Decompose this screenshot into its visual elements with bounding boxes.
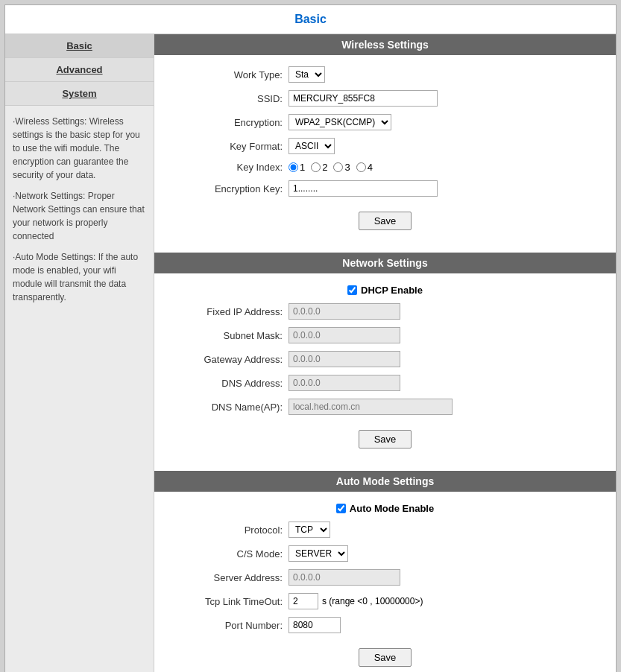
tcp-timeout-row: Tcp Link TimeOut: s (range <0 , 10000000… bbox=[169, 593, 601, 609]
dns-name-row: DNS Name(AP): bbox=[169, 399, 601, 415]
protocol-select[interactable]: TCP UDP bbox=[289, 522, 330, 538]
key-index-control: 1 2 3 4 bbox=[289, 162, 601, 173]
sidebar-item-basic[interactable]: Basic bbox=[5, 34, 154, 58]
sidebar-item-advanced[interactable]: Advanced bbox=[5, 58, 154, 82]
work-type-row: Work Type: Sta AP bbox=[169, 66, 601, 83]
dns-control bbox=[289, 375, 601, 391]
encryption-key-control bbox=[289, 180, 601, 197]
ssid-control bbox=[289, 90, 601, 107]
auto-mode-save-button[interactable]: Save bbox=[359, 648, 412, 667]
dns-name-control bbox=[289, 399, 601, 415]
key-index-1-label[interactable]: 1 bbox=[289, 162, 305, 173]
auto-mode-body: Auto Mode Enable Protocol: TCP UDP bbox=[154, 492, 616, 672]
key-index-3-label[interactable]: 3 bbox=[333, 162, 350, 173]
dhcp-enable-row: DHCP Enable bbox=[169, 285, 601, 296]
key-format-control: ASCII HEX bbox=[289, 138, 601, 154]
wireless-settings-header: Wireless Settings bbox=[154, 34, 616, 55]
encryption-select[interactable]: WPA2_PSK(CCMP) WPA_PSK(TKIP) None bbox=[289, 114, 391, 130]
subnet-mask-label: Subnet Mask: bbox=[169, 330, 289, 341]
auto-mode-header: Auto Mode Settings bbox=[154, 471, 616, 492]
encryption-label: Encryption: bbox=[169, 117, 289, 128]
key-index-label: Key Index: bbox=[169, 162, 289, 173]
fixed-ip-input[interactable] bbox=[289, 303, 400, 320]
network-settings-header: Network Settings bbox=[154, 253, 616, 273]
cs-mode-label: C/S Mode: bbox=[169, 548, 289, 560]
ssid-input[interactable] bbox=[289, 90, 438, 107]
dns-row: DNS Address: bbox=[169, 375, 601, 391]
gateway-control bbox=[289, 351, 601, 367]
port-number-input[interactable] bbox=[289, 617, 341, 633]
tcp-timeout-input[interactable] bbox=[289, 593, 318, 609]
key-index-2-radio[interactable] bbox=[311, 162, 321, 172]
fixed-ip-row: Fixed IP Address: bbox=[169, 303, 601, 320]
gateway-input[interactable] bbox=[289, 351, 400, 367]
sidebar-help: ·Wireless Settings: Wireless settings is… bbox=[5, 106, 154, 320]
sidebar-item-system[interactable]: System bbox=[5, 82, 154, 106]
encryption-key-input[interactable] bbox=[289, 180, 438, 197]
key-index-2-label[interactable]: 2 bbox=[311, 162, 327, 173]
key-index-1-radio[interactable] bbox=[289, 162, 298, 172]
encryption-key-label: Encryption Key: bbox=[169, 183, 289, 194]
key-index-4-label[interactable]: 4 bbox=[356, 162, 373, 173]
wireless-settings-body: Work Type: Sta AP SSID: bbox=[154, 55, 616, 253]
sidebar-help-wireless: ·Wireless Settings: Wireless settings is… bbox=[13, 115, 146, 182]
cs-mode-select[interactable]: SERVER CLIENT bbox=[289, 545, 348, 562]
key-index-3-radio[interactable] bbox=[333, 162, 343, 172]
ssid-label: SSID: bbox=[169, 93, 289, 104]
cs-mode-control: SERVER CLIENT bbox=[289, 545, 601, 562]
work-type-select[interactable]: Sta AP bbox=[289, 66, 325, 83]
sidebar-help-automode: ·Auto Mode Settings: If the auto mode is… bbox=[13, 250, 146, 304]
network-save-row: Save bbox=[169, 422, 601, 460]
key-index-4-radio[interactable] bbox=[356, 162, 366, 172]
auto-mode-enable-label[interactable]: Auto Mode Enable bbox=[336, 503, 434, 514]
dns-label: DNS Address: bbox=[169, 378, 289, 389]
network-settings-body: DHCP Enable Fixed IP Address: Subnet Mas… bbox=[154, 273, 616, 471]
work-type-label: Work Type: bbox=[169, 69, 289, 80]
dns-input[interactable] bbox=[289, 375, 400, 391]
main-content: Wireless Settings Work Type: Sta AP bbox=[154, 34, 616, 672]
protocol-row: Protocol: TCP UDP bbox=[169, 522, 601, 538]
subnet-mask-control bbox=[289, 327, 601, 343]
auto-mode-save-row: Save bbox=[169, 641, 601, 672]
work-type-control: Sta AP bbox=[289, 66, 601, 83]
gateway-row: Gateway Address: bbox=[169, 351, 601, 367]
page-title-bar: Basic bbox=[5, 5, 616, 34]
key-index-radio-group: 1 2 3 4 bbox=[289, 162, 373, 173]
key-format-row: Key Format: ASCII HEX bbox=[169, 138, 601, 154]
server-address-control bbox=[289, 569, 601, 586]
wireless-save-button[interactable]: Save bbox=[359, 212, 412, 230]
sidebar-help-network: ·Network Settings: Proper Network Settin… bbox=[13, 189, 146, 243]
page-title: Basic bbox=[294, 13, 327, 25]
port-number-control bbox=[289, 617, 601, 633]
dhcp-enable-label[interactable]: DHCP Enable bbox=[347, 285, 423, 296]
key-index-row: Key Index: 1 2 3 bbox=[169, 162, 601, 173]
server-address-row: Server Address: bbox=[169, 569, 601, 586]
tcp-timeout-unit: s (range <0 , 10000000>) bbox=[322, 596, 423, 606]
gateway-label: Gateway Address: bbox=[169, 354, 289, 365]
wireless-save-row: Save bbox=[169, 204, 601, 241]
auto-mode-enable-row: Auto Mode Enable bbox=[169, 503, 601, 514]
ssid-row: SSID: bbox=[169, 90, 601, 107]
server-address-label: Server Address: bbox=[169, 572, 289, 583]
server-address-input[interactable] bbox=[289, 569, 400, 586]
dns-name-label: DNS Name(AP): bbox=[169, 402, 289, 413]
encryption-key-row: Encryption Key: bbox=[169, 180, 601, 197]
subnet-mask-row: Subnet Mask: bbox=[169, 327, 601, 343]
protocol-control: TCP UDP bbox=[289, 522, 601, 538]
port-number-label: Port Number: bbox=[169, 620, 289, 631]
fixed-ip-label: Fixed IP Address: bbox=[169, 306, 289, 317]
fixed-ip-control bbox=[289, 303, 601, 320]
subnet-mask-input[interactable] bbox=[289, 327, 400, 343]
encryption-row: Encryption: WPA2_PSK(CCMP) WPA_PSK(TKIP)… bbox=[169, 114, 601, 130]
tcp-timeout-label: Tcp Link TimeOut: bbox=[169, 596, 289, 607]
auto-mode-enable-checkbox[interactable] bbox=[336, 504, 346, 513]
dhcp-enable-text: DHCP Enable bbox=[361, 285, 423, 296]
network-save-button[interactable]: Save bbox=[359, 430, 412, 448]
dns-name-input[interactable] bbox=[289, 399, 453, 415]
sidebar: Basic Advanced System ·Wireless Settings… bbox=[5, 34, 154, 672]
protocol-label: Protocol: bbox=[169, 524, 289, 536]
dhcp-enable-checkbox[interactable] bbox=[347, 285, 357, 295]
port-number-row: Port Number: bbox=[169, 617, 601, 633]
cs-mode-row: C/S Mode: SERVER CLIENT bbox=[169, 545, 601, 562]
key-format-select[interactable]: ASCII HEX bbox=[289, 138, 335, 154]
